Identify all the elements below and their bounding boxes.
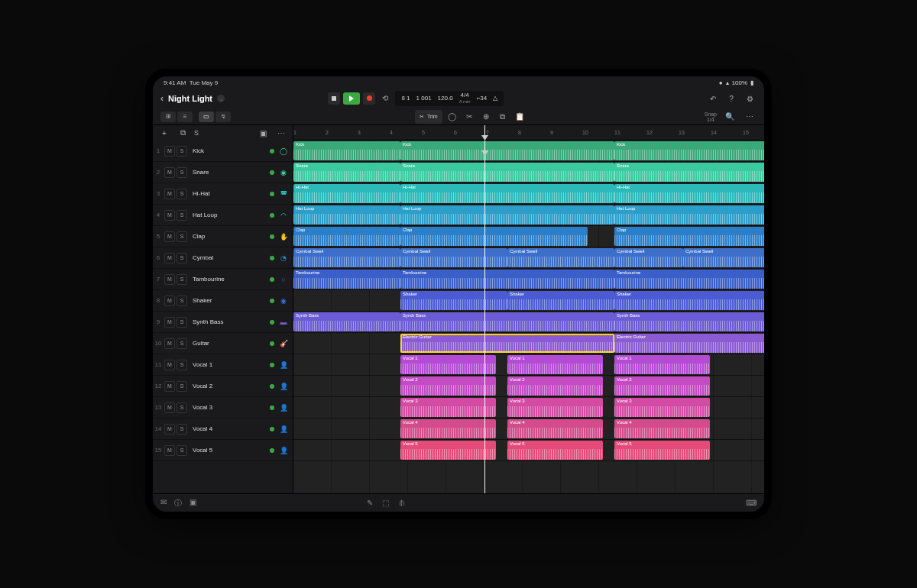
region[interactable]: Vocal 4 [614, 419, 710, 438]
region[interactable]: Synth Bass [293, 312, 400, 331]
project-title[interactable]: Night Light [168, 94, 212, 103]
record-button[interactable] [363, 92, 375, 105]
region[interactable]: Shaker [507, 291, 614, 310]
record-enabled-indicator[interactable] [270, 341, 274, 346]
solo-button[interactable]: S [177, 274, 187, 285]
track-more-icon[interactable]: ⋯ [274, 126, 288, 140]
lane[interactable]: KickKickKick [293, 141, 764, 162]
record-enabled-indicator[interactable] [270, 277, 274, 282]
region[interactable]: Vocal 5 [507, 441, 603, 460]
region[interactable]: Vocal 1 [400, 355, 496, 374]
region[interactable]: Clap [614, 227, 764, 246]
region[interactable]: Kick [614, 141, 764, 160]
lane[interactable]: Vocal 3Vocal 3Vocal 3 [293, 397, 764, 418]
playhead[interactable] [484, 141, 485, 493]
mute-button[interactable]: M [164, 402, 175, 413]
track-row[interactable]: 5 M S Clap ✋ [153, 226, 293, 247]
track-row[interactable]: 12 M S Vocal 2 👤 [153, 376, 293, 397]
track-row[interactable]: 6 M S Cymbal ◔ [153, 247, 293, 269]
keyboard-icon[interactable]: ⌨ [746, 499, 757, 507]
region[interactable]: Vocal 5 [614, 441, 710, 460]
lane[interactable]: ClapClapClap [293, 226, 764, 247]
region[interactable]: Cymbal Swell [400, 248, 507, 267]
mute-button[interactable]: M [164, 296, 175, 306]
track-row[interactable]: 8 M S Shaker ◉ [153, 290, 293, 312]
region[interactable]: Vocal 5 [400, 441, 496, 460]
help-icon[interactable]: ? [724, 92, 738, 105]
record-enabled-indicator[interactable] [270, 427, 274, 431]
record-enabled-indicator[interactable] [270, 213, 274, 218]
region[interactable]: Tambourine [400, 270, 614, 289]
solo-button[interactable]: S [177, 360, 187, 370]
automation-button[interactable]: ↯ [215, 111, 231, 122]
solo-button[interactable]: S [177, 317, 187, 328]
loop-tool-icon[interactable]: ◯ [446, 110, 459, 124]
record-enabled-indicator[interactable] [270, 192, 274, 196]
record-enabled-indicator[interactable] [270, 320, 274, 325]
solo-button[interactable]: S [177, 231, 187, 242]
region[interactable]: Clap [400, 227, 588, 246]
lane[interactable]: Hat LoopHat LoopHat Loop [293, 205, 764, 226]
more-icon[interactable]: ⋯ [743, 110, 757, 124]
region-lanes[interactable]: KickKickKickSnareSnareSnareHi-HatHi-HatH… [293, 141, 764, 493]
solo-button[interactable]: S [177, 189, 187, 199]
solo-button[interactable]: S [177, 338, 187, 349]
region[interactable]: Cymbal Swell [293, 248, 400, 267]
inbox-icon[interactable]: ✉ [160, 498, 167, 509]
track-row[interactable]: 10 M S Guitar 🎸 [153, 333, 293, 354]
region[interactable]: Kick [400, 141, 614, 160]
global-solo-button[interactable]: S [194, 129, 199, 137]
sliders-icon[interactable]: ⫛ [398, 499, 406, 507]
region[interactable]: Vocal 3 [507, 398, 603, 417]
region[interactable]: Hi-Hat [614, 184, 764, 203]
record-enabled-indicator[interactable] [270, 448, 274, 453]
lane[interactable]: Vocal 2Vocal 2Vocal 2 [293, 376, 764, 397]
solo-button[interactable]: S [177, 445, 187, 456]
region[interactable]: Vocal 4 [507, 419, 603, 438]
record-enabled-indicator[interactable] [270, 363, 274, 367]
region[interactable]: Shaker [400, 291, 507, 310]
mute-button[interactable]: M [164, 231, 175, 242]
solo-button[interactable]: S [177, 402, 187, 413]
record-enabled-indicator[interactable] [270, 384, 274, 389]
region[interactable]: Hat Loop [293, 205, 400, 225]
duplicate-track-icon[interactable]: ⧉ [176, 126, 190, 140]
ruler[interactable]: 123456789101112131415 [293, 125, 764, 141]
mute-button[interactable]: M [164, 167, 175, 178]
region[interactable]: Vocal 1 [614, 355, 710, 374]
track-row[interactable]: 9 M S Synth Bass ▬ [153, 312, 293, 333]
region[interactable]: Kick [293, 141, 400, 160]
mute-button[interactable]: M [164, 317, 175, 328]
solo-button[interactable]: S [177, 381, 187, 392]
lane[interactable]: Electric GuitarElectric Guitar [293, 333, 764, 354]
track-row[interactable]: 11 M S Vocal 1 👤 [153, 354, 293, 376]
mute-button[interactable]: M [164, 360, 175, 370]
undo-icon[interactable]: ↶ [706, 92, 720, 105]
track-row[interactable]: 14 M S Vocal 4 👤 [153, 418, 293, 440]
region[interactable]: Vocal 2 [400, 376, 496, 396]
solo-button[interactable]: S [177, 424, 187, 435]
record-enabled-indicator[interactable] [270, 299, 274, 303]
region[interactable]: Vocal 2 [507, 376, 603, 396]
region[interactable]: Vocal 3 [400, 398, 496, 417]
playhead-ruler[interactable] [484, 125, 485, 140]
solo-button[interactable]: S [177, 146, 187, 157]
region[interactable]: Vocal 4 [400, 419, 496, 438]
region[interactable]: Hi-Hat [400, 184, 614, 203]
lcd-display[interactable]: 8 1 1 001 120.0 4/4A min ⌐34 △ [395, 91, 504, 105]
region[interactable]: Synth Bass [400, 312, 614, 331]
region[interactable]: Electric Guitar [614, 334, 764, 353]
metronome-icon[interactable]: △ [493, 95, 497, 102]
region[interactable]: Clap [293, 227, 400, 246]
track-row[interactable]: 2 M S Snare ◉ [153, 162, 293, 183]
zoom-icon[interactable]: 🔍 [723, 110, 737, 124]
add-track-button[interactable]: + [157, 126, 171, 140]
back-button[interactable]: ‹ [160, 93, 164, 104]
solo-button[interactable]: S [177, 253, 187, 263]
mute-button[interactable]: M [164, 210, 175, 221]
record-enabled-indicator[interactable] [270, 234, 274, 239]
info-icon[interactable]: ⓘ [174, 498, 182, 509]
lane[interactable]: Hi-HatHi-HatHi-Hat [293, 183, 764, 205]
track-row[interactable]: 7 M S Tambourine ○ [153, 269, 293, 290]
mute-button[interactable]: M [164, 146, 175, 157]
